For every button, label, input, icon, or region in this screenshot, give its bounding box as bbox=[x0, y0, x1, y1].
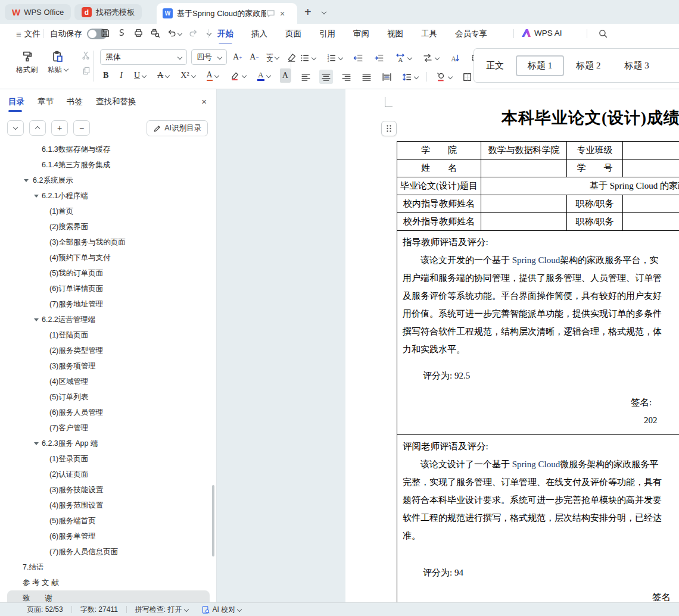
toc-item[interactable]: 6.2.1小程序端 bbox=[0, 188, 213, 204]
collapse-triangle-icon[interactable] bbox=[24, 179, 29, 182]
decrease-indent-button[interactable] bbox=[351, 51, 365, 65]
tab-docer[interactable]: d 找稻壳模板 bbox=[74, 4, 142, 20]
cell-value[interactable] bbox=[623, 142, 679, 160]
text-effects-button[interactable]: A bbox=[205, 68, 220, 83]
ribbon-menu-item[interactable]: 工具 bbox=[421, 29, 437, 43]
toc-item[interactable]: (6)服务单管理 bbox=[0, 529, 213, 544]
toc-expand-button[interactable]: + bbox=[51, 120, 68, 136]
bullet-list-button[interactable] bbox=[298, 51, 317, 65]
toc-item[interactable]: (7)服务地址管理 bbox=[0, 296, 213, 312]
cell-value[interactable] bbox=[481, 213, 567, 231]
toc-item[interactable]: (6)服务人员管理 bbox=[0, 405, 213, 420]
line-spacing-button[interactable] bbox=[400, 70, 420, 84]
bold-button[interactable]: B bbox=[101, 68, 110, 83]
ai-proofread-button[interactable]: AI 校对 bbox=[201, 605, 242, 615]
thesis-title-cell[interactable]: 基于 Spring Cloud 的家政服务平台设计 bbox=[481, 177, 679, 195]
align-center-button[interactable] bbox=[319, 70, 333, 84]
toc-item[interactable]: (5)服务端首页 bbox=[0, 513, 213, 529]
ai-recognize-toc-button[interactable]: AI识别目录 bbox=[147, 120, 208, 136]
ribbon-menu-item[interactable]: 引用 bbox=[319, 29, 335, 43]
cell-value[interactable] bbox=[623, 213, 679, 231]
toc-item[interactable]: 6.2.2运营管理端 bbox=[0, 312, 213, 327]
toc-item[interactable]: 6.2.3服务 App 端 bbox=[0, 436, 213, 451]
cut-button[interactable] bbox=[82, 51, 91, 60]
cell-value[interactable]: 数学与数据科学院 bbox=[481, 142, 567, 160]
toc-item[interactable]: (4)区域管理 bbox=[0, 374, 213, 389]
font-size-select[interactable]: 四号 bbox=[191, 49, 227, 65]
char-shading-button[interactable]: A bbox=[280, 68, 291, 83]
document-page[interactable]: 本科毕业论文(设计)成绩评定 学 院 数学与数据科学院 专业班级 姓 名 学 号 bbox=[345, 89, 679, 602]
cell-value[interactable] bbox=[623, 195, 679, 213]
decrease-font-button[interactable]: A− bbox=[248, 50, 260, 64]
toc-item[interactable]: (3)全部服务与我的页面 bbox=[0, 234, 213, 250]
justify-button[interactable] bbox=[360, 70, 373, 84]
save-button[interactable] bbox=[100, 28, 110, 38]
toc-item[interactable]: (2)服务类型管理 bbox=[0, 343, 213, 358]
advisor-evaluation-cell[interactable]: 指导教师评语及评分: 该论文开发的一个基于 Spring Cloud架构的家政服… bbox=[397, 231, 679, 435]
collapse-triangle-icon[interactable] bbox=[34, 195, 39, 198]
toc-next-button[interactable] bbox=[7, 120, 24, 136]
font-color-button[interactable]: A bbox=[256, 68, 272, 83]
underline-button[interactable]: U bbox=[132, 68, 148, 83]
highlight-button[interactable] bbox=[228, 68, 248, 83]
cell-value[interactable] bbox=[623, 160, 679, 177]
align-left-button[interactable] bbox=[299, 70, 313, 84]
ribbon-menu-item[interactable]: 插入 bbox=[251, 29, 267, 43]
sidebar-tab[interactable]: 书签 bbox=[67, 96, 83, 112]
toc-item[interactable]: (7)客户管理 bbox=[0, 420, 213, 436]
toc-item[interactable]: (1)登录页面 bbox=[0, 451, 213, 467]
toc-item[interactable]: 致 谢 bbox=[7, 590, 210, 602]
toc-item[interactable]: 7.结语 bbox=[0, 559, 213, 575]
increase-font-button[interactable]: A+ bbox=[231, 50, 244, 64]
ribbon-menu-item[interactable]: 开始 bbox=[217, 29, 233, 43]
style-option[interactable]: 标题 2 bbox=[564, 55, 612, 76]
sidebar-scrollbar[interactable] bbox=[212, 485, 214, 556]
numbered-list-button[interactable]: 123 bbox=[325, 51, 344, 65]
format-painter-button[interactable]: 格式刷 bbox=[15, 50, 39, 75]
style-option[interactable]: 标题 3 bbox=[613, 55, 661, 76]
page-indicator[interactable]: 页面: 52/53 bbox=[27, 605, 63, 615]
toc-item[interactable]: (3)服务技能设置 bbox=[0, 482, 213, 498]
undo-button[interactable] bbox=[167, 28, 182, 38]
sidebar-tab[interactable]: 章节 bbox=[38, 96, 54, 112]
reviewer-evaluation-cell[interactable]: 评阅老师评语及评分: 该论文设计了一个基于 Spring Cloud微服务架构的… bbox=[397, 435, 679, 603]
align-right-button[interactable] bbox=[340, 70, 353, 84]
ribbon-menu-item[interactable]: 视图 bbox=[387, 29, 403, 43]
export-button[interactable] bbox=[117, 28, 127, 38]
tab-list-chevron-icon[interactable] bbox=[322, 10, 326, 14]
file-menu[interactable]: ≡ 文件 bbox=[16, 29, 41, 39]
increase-indent-button[interactable] bbox=[372, 51, 386, 65]
collapse-triangle-icon[interactable] bbox=[34, 318, 39, 321]
toc-item[interactable]: 6.1.3数据存储与缓存 bbox=[0, 142, 213, 157]
toc-item[interactable]: 6.1.4第三方服务集成 bbox=[0, 157, 213, 173]
distribute-button[interactable] bbox=[380, 70, 394, 84]
ribbon-menu-item[interactable]: 页面 bbox=[285, 29, 301, 43]
toc-item[interactable]: (6)订单详情页面 bbox=[0, 281, 213, 296]
redo-button[interactable] bbox=[188, 28, 198, 38]
quick-access-chevron-icon[interactable] bbox=[207, 30, 211, 35]
toc-item[interactable]: (5)我的订单页面 bbox=[0, 265, 213, 281]
clear-format-button[interactable] bbox=[285, 50, 298, 64]
char-scale-button[interactable]: A bbox=[393, 51, 413, 65]
print-button[interactable] bbox=[133, 28, 144, 38]
tab-wps-home[interactable]: W WPS Office bbox=[5, 4, 71, 20]
close-tab-icon[interactable]: × bbox=[280, 9, 285, 18]
toc-item[interactable]: (2)搜索界面 bbox=[0, 219, 213, 234]
sidebar-tab[interactable]: 查找和替换 bbox=[96, 96, 136, 112]
style-option[interactable]: 正文 bbox=[474, 55, 516, 76]
close-sidebar-icon[interactable]: × bbox=[201, 96, 207, 107]
collapse-triangle-icon[interactable] bbox=[34, 442, 39, 445]
italic-button[interactable]: I bbox=[118, 68, 124, 83]
tab-document[interactable]: W 基于Spring Cloud的家政服务 × bbox=[157, 3, 297, 24]
wps-ai-button[interactable]: WPS AI bbox=[522, 29, 562, 37]
toc-collapse-button[interactable]: − bbox=[73, 120, 90, 136]
spellcheck-status[interactable]: 拼写检查: 打开 bbox=[135, 605, 188, 615]
superscript-button[interactable]: X² bbox=[179, 68, 197, 83]
toc-item[interactable]: (4)预约下单与支付 bbox=[0, 250, 213, 265]
cell-value[interactable] bbox=[481, 160, 567, 177]
strikethrough-button[interactable]: A bbox=[155, 68, 171, 83]
toc-item[interactable]: (4)服务范围设置 bbox=[0, 498, 213, 513]
search-button[interactable] bbox=[598, 29, 608, 39]
cell-value[interactable] bbox=[481, 195, 567, 213]
shading-button[interactable] bbox=[434, 70, 454, 84]
